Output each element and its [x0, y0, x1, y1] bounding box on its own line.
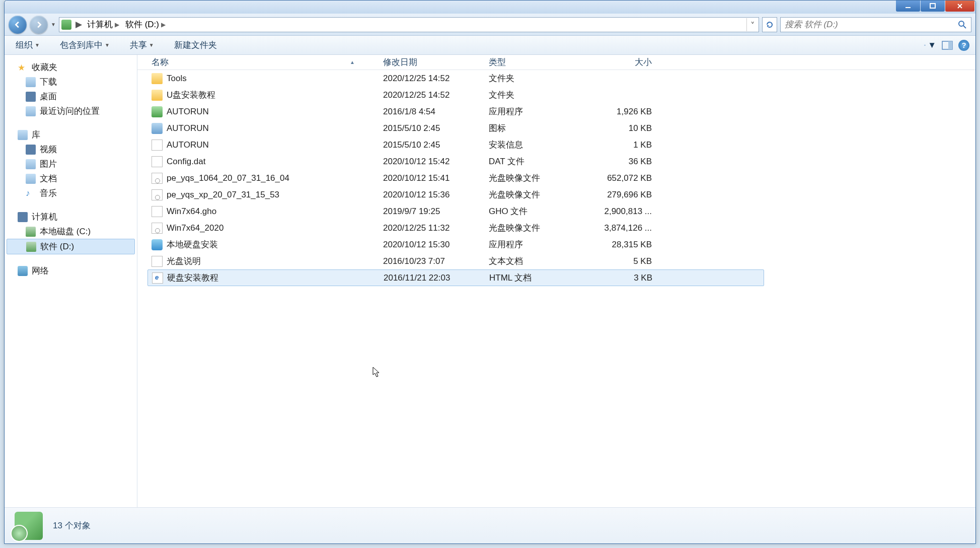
file-size: 1,926 KB [590, 107, 656, 117]
file-type: HTML 文档 [485, 272, 591, 284]
file-date: 2020/10/12 15:41 [379, 173, 485, 183]
file-type: 光盘映像文件 [485, 189, 590, 200]
file-row[interactable]: Win7x64_20202020/12/25 11:32光盘映像文件3,874,… [147, 220, 975, 236]
sidebar-documents[interactable]: 文档 [5, 171, 137, 186]
file-row[interactable]: Tools2020/12/25 14:52文件夹 [147, 70, 975, 87]
file-icon [152, 206, 163, 217]
include-label: 包含到库中 [60, 39, 103, 51]
file-type: 应用程序 [485, 106, 590, 117]
file-icon [152, 173, 163, 184]
col-size[interactable]: 大小 [590, 56, 656, 68]
file-icon [152, 156, 163, 167]
sidebar-libraries[interactable]: 库 [5, 127, 137, 142]
file-row[interactable]: pe_yqs_xp_20_07_31_15_532020/10/12 15:36… [147, 186, 975, 203]
sidebar-recent[interactable]: 最近访问的位置 [5, 104, 137, 118]
file-size: 3,874,126 ... [590, 223, 656, 233]
file-row[interactable]: 光盘说明2016/10/23 7:07文本文档5 KB [147, 253, 975, 269]
sidebar-drive-c[interactable]: 本地磁盘 (C:) [5, 224, 137, 239]
file-size: 28,315 KB [590, 240, 656, 250]
file-list[interactable]: Tools2020/12/25 14:52文件夹U盘安装教程2020/12/25… [137, 70, 975, 507]
desktop-icon [26, 92, 36, 102]
sidebar-computer[interactable]: 计算机 [5, 210, 137, 224]
nav-row: ▼ ▶ 计算机 ▶ 软件 (D:) ▶ ˅ [5, 14, 975, 36]
include-library-button[interactable]: 包含到库中▼ [55, 37, 115, 53]
sidebar-pictures[interactable]: 图片 [5, 157, 137, 171]
file-size: 652,072 KB [590, 173, 656, 183]
address-bar[interactable]: ▶ 计算机 ▶ 软件 (D:) ▶ ˅ [59, 17, 759, 32]
file-row[interactable]: AUTORUN2016/1/8 4:54应用程序1,926 KB [147, 103, 975, 120]
file-date: 2016/10/23 7:07 [379, 256, 485, 266]
file-row[interactable]: Config.dat2020/10/12 15:42DAT 文件36 KB [147, 153, 975, 170]
sidebar-label: 网络 [32, 265, 49, 277]
col-name[interactable]: 名称 ▲ [147, 56, 379, 68]
sidebar-label: 计算机 [32, 211, 57, 223]
file-name: Config.dat [167, 157, 206, 167]
file-type: 文本文档 [485, 255, 590, 267]
organize-label: 组织 [16, 39, 33, 51]
file-row[interactable]: 本地硬盘安装2020/10/12 15:30应用程序28,315 KB [147, 236, 975, 253]
file-size: 2,900,813 ... [590, 207, 656, 217]
sidebar-music[interactable]: ♪ 音乐 [5, 186, 137, 200]
sidebar-label: 下载 [40, 76, 57, 88]
file-date: 2020/12/25 14:52 [379, 90, 485, 100]
share-button[interactable]: 共享▼ [125, 37, 159, 53]
file-size: 10 KB [590, 123, 656, 133]
sidebar-drive-d[interactable]: 软件 (D:) [7, 239, 135, 254]
breadcrumb-computer[interactable]: 计算机 ▶ [84, 18, 122, 32]
new-folder-button[interactable]: 新建文件夹 [169, 37, 222, 53]
file-type: 光盘映像文件 [485, 172, 590, 184]
search-input[interactable] [785, 20, 958, 30]
file-row[interactable]: 硬盘安装教程2016/11/21 22:03HTML 文档3 KB [147, 269, 764, 286]
forward-button[interactable] [30, 16, 48, 34]
sidebar-network[interactable]: 网络 [5, 263, 137, 278]
file-row[interactable]: AUTORUN2015/5/10 2:45图标10 KB [147, 120, 975, 136]
file-name: pe_yqs_xp_20_07_31_15_53 [167, 190, 279, 200]
file-type: 应用程序 [485, 239, 590, 250]
col-date[interactable]: 修改日期 [379, 56, 485, 68]
sidebar-downloads[interactable]: 下载 [5, 75, 137, 89]
folder-icon [26, 77, 36, 87]
view-mode-button[interactable]: ▼ [924, 39, 936, 51]
file-name: AUTORUN [167, 140, 209, 150]
address-dropdown[interactable]: ˅ [746, 18, 759, 31]
file-icon [152, 256, 163, 267]
close-button[interactable] [945, 1, 974, 12]
col-type[interactable]: 类型 [485, 56, 590, 68]
breadcrumb-label: 软件 (D:) [125, 19, 159, 30]
preview-pane-button[interactable] [941, 39, 953, 51]
search-icon [958, 20, 967, 29]
col-label: 名称 [152, 56, 169, 68]
breadcrumb-drive[interactable]: 软件 (D:) ▶ [122, 18, 169, 32]
file-icon [152, 140, 163, 151]
search-box[interactable] [780, 17, 971, 32]
file-date: 2020/10/12 15:36 [379, 190, 485, 200]
file-row[interactable]: AUTORUN2015/5/10 2:45安装信息1 KB [147, 136, 975, 153]
file-row[interactable]: U盘安装教程2020/12/25 14:52文件夹 [147, 87, 975, 103]
help-button[interactable]: ? [958, 40, 969, 51]
svg-point-2 [959, 21, 964, 26]
file-name: 光盘说明 [167, 255, 201, 267]
status-bar: 13 个对象 [5, 507, 975, 543]
file-row[interactable]: Win7x64.gho2019/9/7 19:25GHO 文件2,900,813… [147, 203, 975, 220]
back-button[interactable] [9, 16, 27, 34]
file-row[interactable]: pe_yqs_1064_20_07_31_16_042020/10/12 15:… [147, 170, 975, 186]
file-date: 2019/9/7 19:25 [379, 207, 485, 217]
sidebar-label: 文档 [40, 173, 57, 184]
file-size: 279,696 KB [590, 190, 656, 200]
maximize-button[interactable] [921, 1, 945, 12]
file-date: 2020/12/25 11:32 [379, 223, 485, 233]
column-header: 名称 ▲ 修改日期 类型 大小 [137, 55, 975, 70]
sidebar-favorites[interactable]: ★ 收藏夹 [5, 60, 137, 75]
sidebar-videos[interactable]: 视频 [5, 142, 137, 157]
refresh-button[interactable] [762, 17, 777, 32]
sidebar-label: 音乐 [40, 187, 57, 199]
sidebar-desktop[interactable]: 桌面 [5, 89, 137, 104]
newfolder-label: 新建文件夹 [174, 39, 217, 51]
sidebar-label: 收藏夹 [32, 61, 57, 73]
drive-icon [26, 242, 36, 252]
organize-button[interactable]: 组织▼ [11, 37, 45, 53]
minimize-button[interactable] [896, 1, 920, 12]
file-date: 2015/5/10 2:45 [379, 140, 485, 150]
file-name: pe_yqs_1064_20_07_31_16_04 [167, 173, 289, 183]
sidebar-label: 库 [32, 129, 40, 141]
